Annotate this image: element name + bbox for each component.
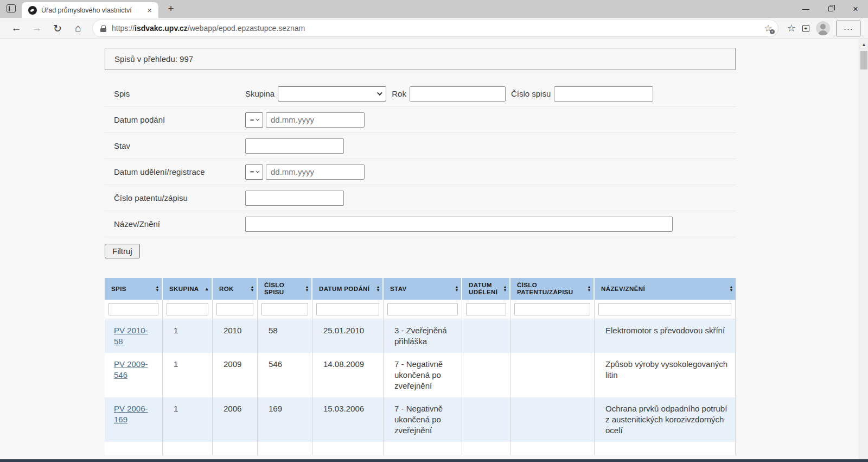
column-header-skupina[interactable]: SKUPINA	[163, 278, 213, 300]
column-label: ČÍSLO SPISU	[264, 282, 302, 296]
lock-body	[100, 28, 106, 32]
scroll-up-icon[interactable]: ▲	[859, 42, 868, 47]
table-filter-datum-udeleni[interactable]	[466, 303, 506, 315]
stav-input[interactable]	[245, 138, 344, 154]
sort-icon[interactable]	[205, 287, 209, 290]
minimize-button[interactable]: —	[793, 0, 818, 18]
refresh-icon[interactable]: ↻	[49, 22, 66, 35]
cell-cislo-patentu	[510, 353, 595, 397]
lock-icon[interactable]	[100, 25, 106, 32]
sort-icon[interactable]	[587, 286, 591, 292]
address-bar[interactable]: https://isdvakc.upv.cz/webapp/epod.epzas…	[92, 20, 778, 37]
url-scheme: https://	[112, 24, 135, 33]
table-filter-cislo-patentu[interactable]	[514, 303, 590, 315]
datum-podani-operator-select[interactable]: =	[245, 112, 263, 128]
tab-actions-icon[interactable]	[7, 4, 16, 12]
column-header-datum-udeleni[interactable]: DATUM UDĚLENÍ	[462, 278, 510, 300]
column-header-rok[interactable]: ROK	[213, 278, 258, 300]
chevron-down-icon	[256, 169, 260, 173]
column-header-stav[interactable]: STAV	[384, 278, 462, 300]
browser-tab[interactable]: Úřad průmyslového vlastnictví ×	[22, 2, 158, 18]
url-text[interactable]: https://isdvakc.upv.cz/webapp/epod.epzas…	[112, 24, 760, 33]
restore-icon	[828, 7, 833, 11]
cell-nazev: Elektromotor s převodovou skříní	[595, 319, 736, 353]
page-content: Spisů v přehledu: 997 Spis Skupina Rok Č…	[0, 39, 868, 459]
sort-icon[interactable]	[155, 286, 159, 292]
results-table: SPIS SKUPINA ROK ČÍSLO SPISU DATUM PODÁN…	[105, 278, 736, 455]
cell-datum-udeleni	[462, 353, 510, 397]
settings-menu-button[interactable]: ···	[837, 21, 860, 36]
tab-close-icon[interactable]: ×	[145, 5, 154, 15]
cislo-patentu-label: Číslo patentu/zápisu	[105, 193, 245, 202]
spis-link[interactable]: PV 2006-169	[114, 404, 148, 424]
title-bar: Úřad průmyslového vlastnictví × + — ×	[0, 0, 868, 18]
table-filter-nazev[interactable]	[598, 303, 731, 315]
cell-rok: 2009	[213, 353, 258, 397]
cislo-spisu-input[interactable]	[554, 86, 653, 102]
url-path: /webapp/epod.epzastupce.seznam	[188, 24, 305, 33]
cell-spis: PV 2009-546	[105, 353, 163, 397]
skupina-select[interactable]	[278, 86, 386, 102]
filter-row-cislo-patentu: Číslo patentu/zápisu	[105, 185, 736, 211]
table-filter-rok[interactable]	[216, 303, 253, 315]
column-label: DATUM UDĚLENÍ	[469, 282, 500, 296]
back-icon[interactable]: ←	[8, 22, 25, 34]
table-filter-stav[interactable]	[387, 303, 458, 315]
cell-cislo-spisu: 58	[258, 319, 312, 353]
cell-stav: 3 - Zveřejněná přihláška	[384, 319, 462, 353]
scrollbar-thumb[interactable]	[860, 51, 867, 69]
column-header-cislo-spisu[interactable]: ČÍSLO SPISU	[258, 278, 312, 300]
table-row-partial	[105, 442, 736, 455]
chevron-down-icon	[377, 90, 382, 96]
new-tab-button[interactable]: +	[164, 3, 178, 15]
restore-button[interactable]	[818, 0, 843, 18]
column-header-cislo-patentu[interactable]: ČÍSLO PATENTU/ZÁPISU	[510, 278, 595, 300]
column-header-spis[interactable]: SPIS	[105, 278, 163, 300]
chevron-down-icon	[256, 117, 260, 121]
tab-title: Úřad průmyslového vlastnictví	[41, 7, 145, 14]
column-header-nazev[interactable]: NÁZEV/ZNĚNÍ	[595, 278, 736, 300]
table-filter-cislo-spisu[interactable]	[261, 303, 308, 315]
sort-icon[interactable]	[376, 286, 380, 292]
filter-form: Spis Skupina Rok Číslo spisu Datum podán…	[105, 81, 736, 258]
collections-icon[interactable]: +	[802, 25, 809, 32]
home-icon[interactable]: ⌂	[69, 22, 87, 34]
sort-icon[interactable]	[729, 286, 733, 292]
taskbar-edge	[0, 459, 868, 462]
table-filter-skupina[interactable]	[167, 303, 208, 315]
sort-icon[interactable]	[250, 286, 254, 292]
spis-link[interactable]: PV 2009-546	[114, 359, 148, 379]
rok-input[interactable]	[410, 86, 506, 102]
nazev-input[interactable]	[245, 217, 673, 232]
vertical-scrollbar[interactable]: ▲	[859, 39, 868, 459]
column-label: SPIS	[111, 286, 126, 293]
close-button[interactable]: ×	[843, 0, 868, 18]
datum-udeleni-input[interactable]	[266, 164, 365, 180]
datum-udeleni-label: Datum udělení/registrace	[105, 167, 245, 176]
cell-stav: 7 - Negativně ukončená po zveřejnění	[384, 397, 462, 442]
nazev-label: Název/Znění	[105, 219, 245, 229]
cell-spis: PV 2010-58	[105, 319, 163, 353]
column-header-datum-podani[interactable]: DATUM PODÁNÍ	[312, 278, 384, 300]
skupina-label: Skupina	[245, 89, 275, 98]
cell-cislo-patentu	[510, 319, 595, 353]
sort-icon[interactable]	[305, 286, 309, 292]
add-favorite-icon[interactable]: ☆+	[764, 23, 773, 34]
table-filter-datum-podani[interactable]	[316, 303, 379, 315]
favorites-icon[interactable]: ☆	[787, 22, 796, 34]
sort-icon[interactable]	[503, 286, 507, 292]
filter-row-datum-podani: Datum podání =	[105, 107, 736, 133]
spis-link[interactable]: PV 2010-58	[114, 326, 148, 346]
filter-button[interactable]: Filtruj	[105, 244, 140, 258]
cell-datum-podani: 25.01.2010	[312, 319, 384, 353]
datum-udeleni-operator-select[interactable]: =	[245, 164, 263, 180]
table-row: PV 2009-546 1 2009 546 14.08.2009 7 - Ne…	[105, 353, 736, 397]
table-filter-row	[105, 300, 736, 319]
cell-cislo-spisu: 546	[258, 353, 312, 397]
datum-podani-input[interactable]	[266, 112, 365, 128]
cislo-patentu-input[interactable]	[245, 191, 344, 206]
filter-row-nazev: Název/Znění	[105, 211, 736, 237]
sort-icon[interactable]	[455, 286, 459, 292]
profile-avatar[interactable]	[816, 21, 830, 35]
table-filter-spis[interactable]	[108, 303, 158, 315]
